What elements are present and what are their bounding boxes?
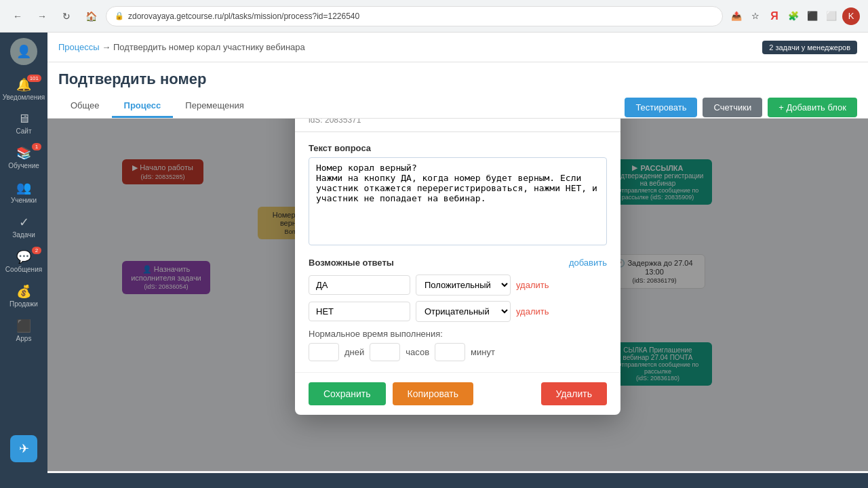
time-section-label: Нормальное время выполнения: [309, 329, 607, 339]
sales-icon: 💰 [16, 284, 31, 299]
yandex-icon[interactable]: Я [766, 8, 783, 24]
answer-input-1[interactable] [309, 275, 410, 295]
hours-label: часов [406, 347, 429, 357]
avatar[interactable]: 👤 [10, 38, 37, 65]
page-title: Подтвердить номер [58, 70, 206, 88]
answer-row-2: Положительный Отрицательный Нейтральный … [309, 301, 607, 322]
delete-answer-1-link[interactable]: удалить [516, 280, 549, 290]
refresh-button[interactable]: ↻ [57, 7, 76, 26]
delete-button[interactable]: Удалить [541, 382, 607, 405]
messages-badge: 2 [32, 247, 41, 254]
sidebar-item-apps[interactable]: ⬛ Apps [3, 314, 44, 346]
ext1-icon[interactable]: 🧩 [785, 8, 802, 24]
modal-overlay: Номер корал верный? idS: 20835371 Не пок… [47, 119, 868, 471]
sidebar-item-education[interactable]: 📚 Обучение 1 [3, 142, 44, 174]
ext3-icon[interactable]: ⬜ [823, 8, 840, 24]
counters-button[interactable]: Счетчики [703, 98, 762, 117]
browser-actions: 📤 ☆ Я 🧩 ⬛ ⬜ K [728, 7, 860, 25]
top-bar-actions: 2 задачи у менеджеров [762, 41, 857, 54]
taskbar [0, 473, 868, 488]
sidebar-item-students[interactable]: 👥 Ученики [3, 176, 44, 208]
home-button[interactable]: 🏠 [81, 7, 100, 26]
tab-moves[interactable]: Перемещения [173, 95, 256, 118]
days-input[interactable] [309, 343, 339, 361]
test-button[interactable]: Тестировать [625, 98, 697, 117]
browser-bar: ← → ↻ 🏠 🔒 zdorovayaya.getcourse.ru/pl/ta… [0, 0, 868, 33]
days-label: дней [344, 347, 364, 357]
page-header: Подтвердить номер Тестировать Счетчики +… [47, 62, 868, 119]
notifications-badge: 101 [27, 75, 41, 82]
canvas-area: ▶ Начало работы (idS: 20835285) 👤 Назнач… [47, 119, 868, 471]
sidebar-apps-label: Apps [16, 335, 32, 342]
sidebar-item-sales[interactable]: 💰 Продажи [3, 280, 44, 312]
breadcrumb-parent[interactable]: Процессы [58, 42, 100, 52]
sidebar-messages-label: Сообщения [5, 266, 42, 273]
back-button[interactable]: ← [8, 7, 27, 26]
page-actions: Тестировать Счетчики + Добавить блок [625, 98, 857, 117]
tab-process[interactable]: Процесс [112, 95, 174, 118]
sidebar-item-notifications[interactable]: 🔔 Уведомления 101 [3, 73, 44, 105]
copy-button[interactable]: Копировать [393, 382, 473, 405]
sidebar: 👤 🔔 Уведомления 101 🖥 Сайт 📚 Обучение 1 … [0, 33, 47, 473]
user-icon[interactable]: K [842, 7, 860, 25]
tab-general[interactable]: Общее [58, 95, 112, 118]
manager-badge: 2 задачи у менеджеров [762, 41, 857, 54]
save-button[interactable]: Сохранить [309, 382, 386, 405]
education-badge: 1 [32, 143, 41, 150]
users-icon: 👥 [16, 180, 31, 195]
url-text: zdorovayaya.getcourse.ru/pl/tasks/missio… [128, 12, 359, 21]
add-answer-link[interactable]: добавить [569, 258, 607, 268]
modal-body: Текст вопроса Возможные ответы добавить … [295, 132, 620, 372]
book-icon: 📚 [16, 146, 31, 161]
monitor-icon: 🖥 [18, 112, 30, 126]
question-text-group: Текст вопроса [309, 143, 607, 248]
main-content: Процессы → Подтвердить номер корал участ… [47, 33, 868, 473]
breadcrumb: Процессы → Подтвердить номер корал участ… [58, 42, 305, 52]
modal-header: Номер корал верный? idS: 20835371 Не пок… [295, 119, 620, 132]
question-textarea[interactable] [309, 157, 607, 245]
sidebar-item-messages[interactable]: 💬 Сообщения 2 [3, 245, 44, 277]
minutes-input[interactable] [435, 343, 465, 361]
chat-icon: 💬 [16, 249, 31, 264]
sidebar-tasks-label: Задачи [12, 231, 35, 239]
answers-header: Возможные ответы добавить [309, 258, 607, 268]
share-icon[interactable]: 📤 [728, 8, 745, 24]
bookmark-icon[interactable]: ☆ [747, 8, 764, 24]
answer-row-1: Положительный Отрицательный Нейтральный … [309, 274, 607, 296]
answers-label: Возможные ответы [309, 258, 394, 268]
top-bar: Процессы → Подтвердить номер корал участ… [47, 33, 868, 62]
ext2-icon[interactable]: ⬛ [804, 8, 821, 24]
sidebar-site-label: Сайт [16, 127, 31, 135]
delete-answer-2-link[interactable]: удалить [516, 306, 549, 317]
modal-id: idS: 20835371 [309, 119, 607, 125]
question-label: Текст вопроса [309, 143, 607, 153]
sidebar-item-tasks[interactable]: ✓ Задачи [3, 211, 44, 243]
sidebar-item-site[interactable]: 🖥 Сайт [3, 108, 44, 139]
minutes-label: минут [471, 347, 495, 357]
answer-type-select-2[interactable]: Положительный Отрицательный Нейтральный [416, 301, 511, 322]
answer-type-select-1[interactable]: Положительный Отрицательный Нейтральный [416, 274, 511, 296]
add-block-button[interactable]: + Добавить блок [768, 98, 857, 117]
time-row: дней часов минут [309, 343, 607, 361]
address-bar[interactable]: 🔒 zdorovayaya.getcourse.ru/pl/tasks/miss… [106, 6, 723, 26]
telegram-button[interactable]: ✈ [10, 435, 37, 462]
sidebar-notifications-label: Уведомления [3, 94, 45, 101]
answer-input-2[interactable] [309, 302, 410, 321]
hours-input[interactable] [370, 343, 400, 361]
tasks-icon: ✓ [19, 215, 29, 230]
apps-icon: ⬛ [16, 319, 31, 333]
lock-icon: 🔒 [115, 12, 124, 20]
sidebar-sales-label: Продажи [9, 300, 38, 308]
breadcrumb-current: Подтвердить номер корал участнику вебина… [113, 42, 305, 52]
sidebar-education-label: Обучение [8, 162, 39, 169]
app-container: 👤 🔔 Уведомления 101 🖥 Сайт 📚 Обучение 1 … [0, 33, 868, 473]
modal-footer: Сохранить Копировать Удалить [295, 372, 620, 415]
forward-button[interactable]: → [33, 7, 52, 26]
modal: Номер корал верный? idS: 20835371 Не пок… [295, 119, 620, 415]
sidebar-students-label: Ученики [11, 197, 37, 204]
